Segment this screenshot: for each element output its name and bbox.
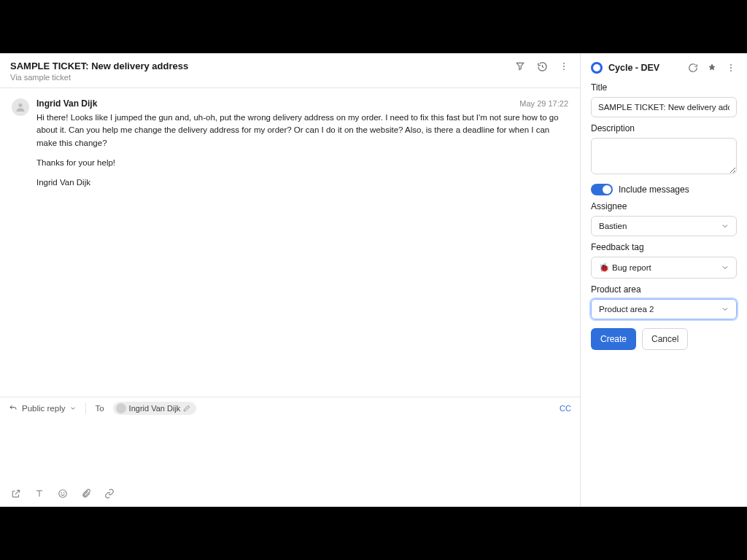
feedback-select[interactable]: 🐞Bug report [591,257,737,279]
reply-top: Public reply To Ingrid Van Dijk CC [0,397,580,419]
assignee-select-wrap: Bastien [591,216,737,236]
sidebar-header-left: Cycle - DEV [591,62,659,74]
message: Ingrid Van Dijk May 29 17:22 Hi there! L… [12,98,568,196]
link-icon[interactable] [104,488,115,499]
feedback-label: Feedback tag [591,242,737,252]
message-time: May 29 17:22 [519,99,568,108]
reply-toolbar [0,482,580,507]
popout-icon[interactable] [10,488,22,499]
ticket-header-titles: SAMPLE TICKET: New delivery address Via … [10,61,188,82]
message-body: Ingrid Van Dijk May 29 17:22 Hi there! L… [36,98,568,196]
assignee-label: Assignee [591,201,737,211]
divider [85,402,86,414]
feedback-select-wrap: 🐞Bug report [591,257,737,279]
message-head: Ingrid Van Dijk May 29 17:22 [36,98,568,109]
message-paragraph: Hi there! Looks like I jumped the gun an… [36,112,562,149]
pin-icon[interactable] [706,62,718,74]
product-area-label: Product area [591,284,737,295]
ticket-column: SAMPLE TICKET: New delivery address Via … [0,53,581,507]
include-messages-toggle[interactable] [591,184,613,195]
svg-point-5 [61,493,62,494]
more-icon[interactable] [725,62,737,74]
assignee-value: Bastien [599,222,627,230]
more-icon[interactable] [558,61,570,72]
message-paragraph: Thanks for your help! [36,157,562,169]
avatar [12,98,29,116]
refresh-icon[interactable] [687,62,699,74]
title-input[interactable] [591,97,737,117]
svg-point-1 [563,66,565,67]
product-area-value: Product area 2 [599,305,654,314]
sidebar-header-right [687,62,737,74]
message-author: Ingrid Van Dijk [36,98,97,109]
ticket-header: SAMPLE TICKET: New delivery address Via … [0,53,580,88]
feedback-value: Bug report [612,263,651,272]
assignee-select[interactable]: Bastien [591,216,737,236]
create-button[interactable]: Create [591,328,636,350]
reply-arrow-icon [9,404,18,413]
message-text: Hi there! Looks like I jumped the gun an… [36,112,562,189]
sidebar: Cycle - DEV Title Description [581,53,747,507]
history-icon[interactable] [536,61,548,72]
button-row: Create Cancel [591,328,737,350]
title-label: Title [591,82,737,93]
svg-point-8 [730,67,732,69]
reply-type-label: Public reply [22,404,65,413]
cc-button[interactable]: CC [560,404,571,413]
svg-point-3 [18,104,22,107]
recipient-chip[interactable]: Ingrid Van Dijk [113,402,197,415]
avatar [116,403,126,413]
emoji-icon[interactable] [57,488,69,499]
message-paragraph: Ingrid Van Dijk [36,176,562,189]
text-format-icon[interactable] [34,488,45,499]
reply-type-selector[interactable]: Public reply [9,404,77,413]
chevron-down-icon [69,405,77,412]
description-input[interactable] [591,138,737,174]
svg-point-6 [63,493,64,494]
to-label: To [95,404,104,413]
conversation: Ingrid Van Dijk May 29 17:22 Hi there! L… [0,88,580,397]
recipient-name: Ingrid Van Dijk [129,404,181,413]
filter-icon[interactable] [514,61,526,72]
svg-point-0 [563,63,565,64]
svg-point-9 [730,70,732,71]
product-area-select-wrap: Product area 2 [591,299,737,319]
ticket-via: Via sample ticket [10,73,188,82]
ticket-title: SAMPLE TICKET: New delivery address [10,61,188,71]
pencil-icon [183,405,190,412]
header-actions [514,61,570,72]
cycle-logo-icon [591,62,603,74]
include-messages-row: Include messages [591,184,737,195]
main-area: SAMPLE TICKET: New delivery address Via … [0,53,747,507]
svg-point-7 [730,64,732,66]
svg-point-4 [59,490,67,498]
attachment-icon[interactable] [80,488,92,499]
cancel-button[interactable]: Cancel [642,328,688,350]
app-window: SAMPLE TICKET: New delivery address Via … [0,53,747,507]
product-area-select[interactable]: Product area 2 [591,299,737,319]
description-label: Description [591,123,737,133]
sidebar-header: Cycle - DEV [591,62,737,74]
sidebar-app-title: Cycle - DEV [608,63,659,73]
reply-bar: Public reply To Ingrid Van Dijk CC [0,397,580,507]
bug-icon: 🐞 [599,263,609,272]
reply-editor[interactable] [0,419,580,482]
include-messages-label: Include messages [619,184,689,195]
svg-point-2 [563,69,565,70]
